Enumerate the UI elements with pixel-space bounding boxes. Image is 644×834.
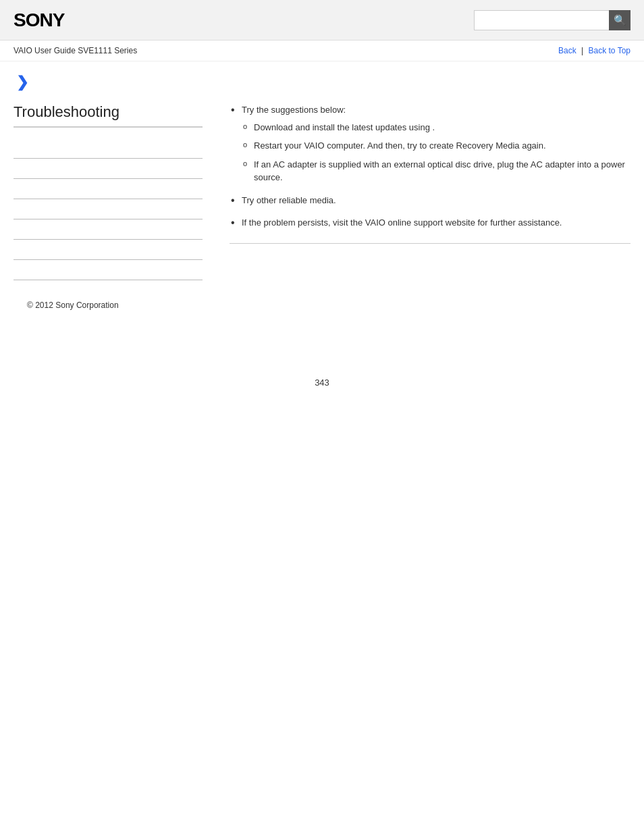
- content-divider: [230, 243, 630, 244]
- search-button[interactable]: 🔍: [609, 10, 630, 30]
- sidebar-link-5[interactable]: [14, 219, 203, 240]
- sidebar-link-7[interactable]: [14, 260, 203, 280]
- bullet1-text: Try the suggestions below:: [242, 105, 346, 115]
- copyright-text: © 2012 Sony Corporation: [27, 301, 119, 310]
- sidebar-title: Troubleshooting: [14, 103, 203, 128]
- breadcrumb-guide-title: VAIO User Guide SVE1111 Series: [14, 46, 137, 55]
- chevron-container: ❯: [16, 75, 630, 90]
- sub-list: Download and install the latest updates …: [242, 121, 630, 184]
- page-number: 343: [0, 377, 644, 401]
- sidebar-link-2[interactable]: [14, 159, 203, 179]
- chevron-right-icon: ❯: [16, 74, 28, 90]
- sidebar-link-4[interactable]: [14, 199, 203, 219]
- right-content: Try the suggestions below: Download and …: [216, 103, 630, 280]
- left-sidebar: Troubleshooting: [14, 103, 216, 280]
- content-list: Try the suggestions below: Download and …: [230, 103, 630, 230]
- sub-bullet3-text: If an AC adapter is supplied with an ext…: [254, 159, 625, 183]
- breadcrumb-bar: VAIO User Guide SVE1111 Series Back | Ba…: [0, 41, 644, 61]
- breadcrumb-nav: Back | Back to Top: [558, 46, 630, 55]
- list-item-1: Try the suggestions below: Download and …: [230, 103, 630, 184]
- footer: © 2012 Sony Corporation: [14, 301, 630, 310]
- bullet2-text: Try other reliable media.: [242, 195, 336, 205]
- back-link[interactable]: Back: [558, 46, 576, 55]
- search-container: 🔍: [474, 10, 630, 30]
- list-item-3: If the problem persists, visit the VAIO …: [230, 216, 630, 230]
- search-icon: 🔍: [614, 14, 626, 26]
- sub-bullet1-period: .: [433, 122, 435, 132]
- sub-bullet2-text: Restart your VAIO computer. And then, tr…: [254, 140, 546, 151]
- sidebar-link-6[interactable]: [14, 240, 203, 260]
- sub-bullet1-text: Download and install the latest updates …: [254, 122, 430, 132]
- back-to-top-link[interactable]: Back to Top: [589, 46, 630, 55]
- sidebar-link-group: [14, 138, 203, 280]
- bullet3-text: If the problem persists, visit the VAIO …: [242, 217, 562, 228]
- list-item-2: Try other reliable media.: [230, 194, 630, 207]
- breadcrumb-separator: |: [581, 46, 583, 55]
- sub-list-item-1: Download and install the latest updates …: [242, 121, 630, 134]
- search-input[interactable]: [474, 10, 609, 30]
- sony-logo: SONY: [14, 9, 64, 31]
- sub-list-item-2: Restart your VAIO computer. And then, tr…: [242, 139, 630, 153]
- sub-list-item-3: If an AC adapter is supplied with an ext…: [242, 158, 630, 184]
- two-col-layout: Troubleshooting Try the suggestions belo…: [14, 103, 630, 280]
- sidebar-link-3[interactable]: [14, 179, 203, 199]
- sidebar-link-1[interactable]: [14, 138, 203, 159]
- main-content: ❯ Troubleshooting Try the suggestions be…: [0, 61, 644, 337]
- page-header: SONY 🔍: [0, 0, 644, 41]
